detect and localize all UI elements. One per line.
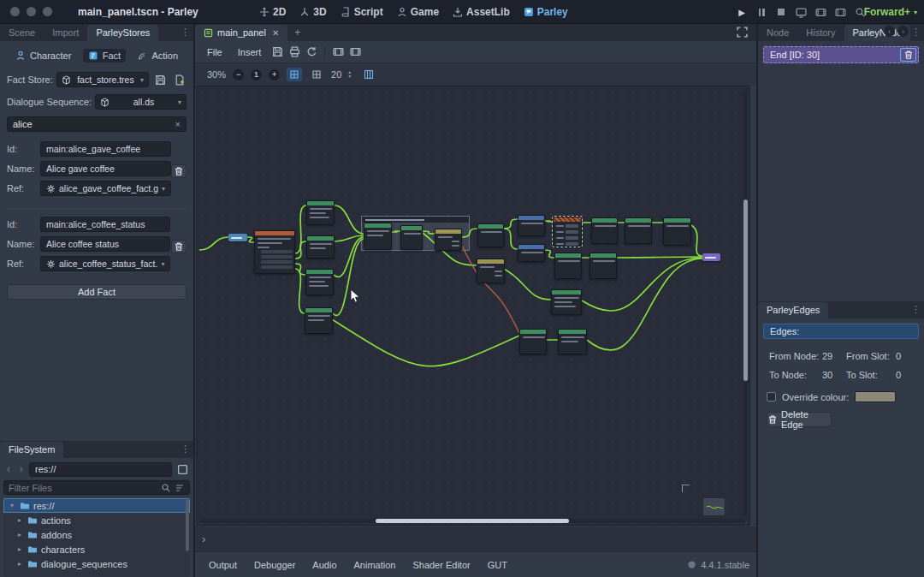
- bottom-panel-expander[interactable]: ›: [195, 526, 756, 551]
- graph-vscrollbar[interactable]: [743, 90, 748, 516]
- graph-edge[interactable]: [295, 241, 306, 259]
- hscroll-thumb[interactable]: [376, 519, 569, 523]
- delete-fact-button[interactable]: [171, 164, 187, 178]
- fact-ref-select[interactable]: alice_gave_coffee_fact.g ▾: [40, 181, 171, 196]
- dialogue-sequence-select[interactable]: all.ds ▾: [95, 94, 187, 110]
- colour-swatch[interactable]: [855, 391, 896, 402]
- insert-menu[interactable]: Insert: [231, 45, 269, 60]
- graph-edge[interactable]: [545, 221, 553, 222]
- refresh-icon[interactable]: [304, 45, 319, 60]
- chevron-right-icon[interactable]: ▸: [15, 531, 24, 538]
- graph-node-start[interactable]: [228, 234, 247, 241]
- dock-menu-icon[interactable]: ⋮: [181, 443, 190, 455]
- dock-menu-icon[interactable]: ⋮: [911, 304, 921, 315]
- graph-node-dialogue[interactable]: [519, 329, 547, 354]
- distraction-free-icon[interactable]: [737, 27, 748, 38]
- tree-item-dialogue_sequences[interactable]: ▸ dialogue_sequences: [3, 556, 190, 571]
- fact-name-field[interactable]: Alice coffee status: [40, 236, 170, 252]
- play-button[interactable]: ▶: [736, 6, 748, 18]
- store-type-character[interactable]: Character: [10, 49, 76, 62]
- pause-button[interactable]: [755, 6, 767, 18]
- movie-writer-icon[interactable]: [834, 6, 846, 18]
- graph-edge[interactable]: [335, 205, 364, 234]
- graph-edge[interactable]: [504, 229, 518, 249]
- graph-node-match[interactable]: [254, 230, 295, 274]
- renderer-select[interactable]: Forward+ ▾: [864, 0, 917, 24]
- graph-node-dialogue[interactable]: [400, 225, 423, 250]
- zoom-reset-button[interactable]: 1: [251, 69, 262, 80]
- tab-main-panel[interactable]: main_panel ✕: [195, 25, 287, 41]
- bottom-panel-output[interactable]: Output: [202, 557, 244, 573]
- maximize-window-icon[interactable]: [43, 7, 52, 16]
- chevron-right-icon[interactable]: ▸: [15, 545, 24, 553]
- graph-node-dialogue[interactable]: [477, 223, 504, 247]
- graph-edge[interactable]: [295, 269, 305, 313]
- fact-ref-select[interactable]: alice_coffee_status_fact. ▾: [40, 256, 170, 271]
- graph-edge[interactable]: [247, 237, 254, 242]
- grid-size-value[interactable]: 20: [331, 69, 341, 80]
- filter-files-input[interactable]: Filter Files: [3, 480, 190, 495]
- minimize-window-icon[interactable]: [27, 7, 36, 16]
- graph-node-condition[interactable]: [435, 229, 462, 251]
- remote-debug-icon[interactable]: [795, 6, 807, 18]
- close-window-icon[interactable]: [10, 7, 20, 16]
- graph-node-dialogue[interactable]: [306, 200, 335, 225]
- graph-node-dialogue[interactable]: [364, 223, 392, 250]
- selected-node-header[interactable]: End [ID: 30]: [763, 46, 919, 63]
- graph-edge[interactable]: [295, 205, 306, 253]
- graph-node-dialogue[interactable]: [625, 217, 652, 244]
- zoom-out-button[interactable]: −: [233, 69, 244, 80]
- tab-scene[interactable]: Scene: [0, 25, 44, 41]
- graph-node-condition_alt[interactable]: [518, 215, 545, 236]
- tree-scrollbar[interactable]: [186, 500, 189, 551]
- tab-import[interactable]: Import: [44, 25, 87, 41]
- bottom-panel-audio[interactable]: Audio: [305, 557, 343, 573]
- nav-back-icon[interactable]: ‹: [884, 26, 895, 37]
- graph-node-dialogue[interactable]: [558, 329, 587, 354]
- graph-node-end[interactable]: [702, 253, 720, 261]
- history-forward-icon[interactable]: ›: [16, 463, 27, 475]
- graph-node-dialogue[interactable]: [663, 217, 691, 246]
- new-tab-button[interactable]: +: [287, 24, 307, 41]
- tree-item-res[interactable]: ▾ res://: [3, 498, 190, 513]
- nav-forward-icon[interactable]: ›: [897, 26, 909, 37]
- graph-edge[interactable]: [617, 257, 702, 258]
- graph-edge[interactable]: [504, 219, 518, 229]
- main-screen-3d[interactable]: 3D: [299, 6, 326, 18]
- clear-search-icon[interactable]: ×: [175, 119, 181, 129]
- tree-item-actions[interactable]: ▸ actions: [3, 513, 190, 527]
- tree-item-characters[interactable]: ▸ characters: [3, 542, 190, 556]
- bottom-panel-shader-editor[interactable]: Shader Editor: [406, 557, 477, 573]
- bottom-panel-debugger[interactable]: Debugger: [247, 557, 302, 573]
- graph-minimap[interactable]: [702, 497, 726, 516]
- graph-edge[interactable]: [335, 235, 364, 241]
- graph-node-action[interactable]: [553, 217, 582, 247]
- graph-node-dialogue[interactable]: [551, 289, 582, 315]
- tab-history[interactable]: History: [797, 25, 844, 41]
- stop-button[interactable]: [775, 6, 787, 18]
- tree-item-addons[interactable]: ▸ addons: [3, 527, 190, 542]
- tab-filesystem[interactable]: FileSystem: [0, 442, 63, 458]
- bottom-panel-gut[interactable]: GUT: [481, 557, 514, 573]
- window-controls[interactable]: [10, 7, 52, 16]
- split-mode-icon[interactable]: [175, 461, 190, 477]
- fact-id-field[interactable]: main:alice_gave_coffee: [40, 141, 171, 157]
- grid-size-spinner[interactable]: ▴▾: [348, 70, 351, 79]
- current-path-field[interactable]: res://: [29, 462, 172, 477]
- store-type-fact[interactable]: Fact: [83, 49, 126, 62]
- graph-node-dialogue[interactable]: [554, 253, 582, 279]
- graph-edge[interactable]: [545, 250, 554, 258]
- graph-node-dialogue[interactable]: [305, 307, 333, 334]
- main-screen-2d[interactable]: 2D: [259, 6, 286, 18]
- tab-node[interactable]: Node: [758, 25, 797, 41]
- main-screen-script[interactable]: Script: [341, 6, 383, 18]
- chevron-right-icon[interactable]: ▸: [15, 560, 24, 568]
- graph-node-dialogue[interactable]: [591, 217, 618, 244]
- tab-parleystores[interactable]: ParleyStores: [87, 25, 158, 41]
- save-icon[interactable]: [270, 45, 285, 60]
- main-screen-game[interactable]: Game: [397, 6, 439, 18]
- override-colour-checkbox[interactable]: [767, 392, 776, 402]
- main-screen-parley[interactable]: Parley: [524, 6, 568, 18]
- dock-menu-icon[interactable]: ⋮: [181, 27, 190, 38]
- add-fact-button[interactable]: Add Fact: [7, 284, 187, 300]
